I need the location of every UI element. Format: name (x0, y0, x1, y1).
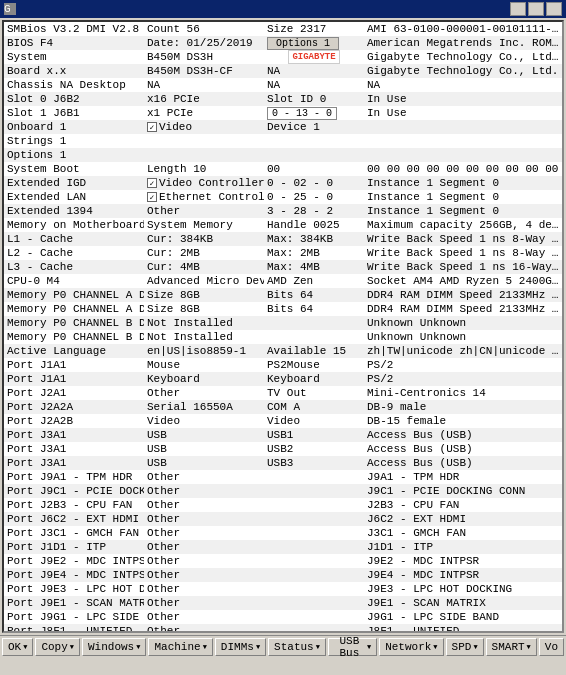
table-cell-description: Mini-Centronics 14 (364, 386, 562, 400)
status-btn-label: SMART (492, 641, 525, 653)
table-row[interactable]: Memory P0 CHANNEL A DIMM 0Size 8GBBits 6… (4, 288, 562, 302)
minimize-button[interactable] (510, 2, 526, 16)
table-row[interactable]: Port J2B3 - CPU FANOtherJ2B3 - CPU FAN (4, 498, 562, 512)
table-cell-description: Write Back Speed 1 ns 8-Way Set-Asso (364, 246, 562, 260)
table-cell-extra: Available 15 (264, 344, 364, 358)
table-cell-extra: Options 1 (264, 36, 364, 50)
status-btn-ok[interactable]: OK▼ (2, 638, 33, 656)
checkbox-icon[interactable] (147, 178, 157, 188)
table-row[interactable]: Slot 0 J6B2x16 PCIeSlot ID 0In Use (4, 92, 562, 106)
table-row[interactable]: Onboard 1VideoDevice 1 (4, 120, 562, 134)
close-button[interactable] (546, 2, 562, 16)
status-btn-windows[interactable]: Windows▼ (82, 638, 146, 656)
table-row[interactable]: Port J3A1USBUSB1Access Bus (USB) (4, 428, 562, 442)
table-cell-description: J9E2 - MDC INTPSR (364, 554, 562, 568)
table-row[interactable]: Extended IGDVideo Controller0 - 02 - 0In… (4, 176, 562, 190)
table-cell-extra: Max: 2MB (264, 246, 364, 260)
checkbox-label: Ethernet Controller (159, 191, 264, 203)
table-row[interactable]: L2 - CacheCur: 2MBMax: 2MBWrite Back Spe… (4, 246, 562, 260)
table-cell-name: Port J9C1 - PCIE DOCKING CONN (4, 484, 144, 498)
table-row[interactable]: Port J1A1KeyboardKeyboardPS/2 (4, 372, 562, 386)
table-cell-description: Access Bus (USB) (364, 456, 562, 470)
checkbox-icon[interactable] (147, 192, 157, 202)
table-row[interactable]: Port J9E1 - SCAN MATRIXOtherJ9E1 - SCAN … (4, 596, 562, 610)
status-btn-label: Status (274, 641, 314, 653)
table-cell-name: Port J2A2B (4, 414, 144, 428)
maximize-button[interactable] (528, 2, 544, 16)
table-row[interactable]: Port J2A1OtherTV OutMini-Centronics 14 (4, 386, 562, 400)
options-button[interactable]: Options 1 (267, 37, 339, 50)
table-row[interactable]: Memory P0 CHANNEL B DIMM 0Not InstalledU… (4, 316, 562, 330)
table-cell-extra (264, 330, 364, 344)
status-btn-spd[interactable]: SPD▼ (446, 638, 484, 656)
table-cell-value: B450M DS3H (144, 50, 264, 64)
status-btn-dimms[interactable]: DIMMs▼ (215, 638, 266, 656)
table-row[interactable]: Memory P0 CHANNEL A DIMM 1Size 8GBBits 6… (4, 302, 562, 316)
table-cell-name: Extended IGD (4, 176, 144, 190)
status-btn-machine[interactable]: Machine▼ (148, 638, 212, 656)
content-area[interactable]: SMBios V3.2 DMI V2.8Count 56Size 2317AMI… (2, 20, 564, 633)
table-row[interactable]: Port J2A2ASerial 16550ACOM ADB-9 male (4, 400, 562, 414)
table-cell-name: Port J1D1 - ITP (4, 540, 144, 554)
table-row[interactable]: Port J9E4 - MDC INTPSROtherJ9E4 - MDC IN… (4, 568, 562, 582)
table-row[interactable]: Port J3A1USBUSB2Access Bus (USB) (4, 442, 562, 456)
table-row[interactable]: Extended LANEthernet Controller0 - 25 - … (4, 190, 562, 204)
table-row[interactable]: Memory P0 CHANNEL B DIMM 1Not InstalledU… (4, 330, 562, 344)
table-cell-extra (264, 554, 364, 568)
title-bar: G (0, 0, 566, 18)
table-cell-extra: Slot ID 0 (264, 92, 364, 106)
table-row[interactable]: Memory on MotherboardSystem MemoryHandle… (4, 218, 562, 232)
table-cell-name: Port J1A1 (4, 372, 144, 386)
table-row[interactable]: Port J9C1 - PCIE DOCKING CONNOtherJ9C1 -… (4, 484, 562, 498)
status-btn-network[interactable]: Network▼ (379, 638, 443, 656)
table-cell-description: J6C2 - EXT HDMI (364, 512, 562, 526)
table-row[interactable]: Chassis NA DesktopNANANA (4, 78, 562, 92)
checkbox-icon[interactable] (147, 122, 157, 132)
table-row[interactable]: Port J3A1USBUSB3Access Bus (USB) (4, 456, 562, 470)
table-row[interactable]: Port J9E2 - MDC INTPSROtherJ9E2 - MDC IN… (4, 554, 562, 568)
table-row[interactable]: Slot 1 J6B1x1 PCIe0 - 13 - 0In Use (4, 106, 562, 120)
title-bar-buttons[interactable] (510, 2, 562, 16)
table-row[interactable]: Options 1 (4, 148, 562, 162)
table-row[interactable]: L3 - CacheCur: 4MBMax: 4MBWrite Back Spe… (4, 260, 562, 274)
table-row[interactable]: Port J3C1 - GMCH FANOtherJ3C1 - GMCH FAN (4, 526, 562, 540)
table-cell-description: zh|TW|unicode zh|CN|unicode ru|RU|is (364, 344, 562, 358)
table-row[interactable]: L1 - CacheCur: 384KBMax: 384KBWrite Back… (4, 232, 562, 246)
status-btn-vo[interactable]: Vo (539, 638, 564, 656)
table-cell-description: PS/2 (364, 358, 562, 372)
table-cell-description (364, 134, 562, 148)
table-row[interactable]: Board x.xB450M DS3H-CFNAGigabyte Technol… (4, 64, 562, 78)
table-row[interactable]: Port J9G1 - LPC SIDE BANDOtherJ9G1 - LPC… (4, 610, 562, 624)
table-row[interactable]: Port J8F1 - UNIFIEDOtherJ8F1 - UNIFIED (4, 624, 562, 633)
table-row[interactable]: Port J1D1 - ITPOtherJ1D1 - ITP (4, 540, 562, 554)
table-cell-value: USB (144, 456, 264, 470)
table-cell-description: DDR4 RAM DIMM Speed 2133MHz CMK1 (364, 302, 562, 316)
table-row[interactable]: Port J9A1 - TPM HDROtherJ9A1 - TPM HDR (4, 470, 562, 484)
table-cell-extra (264, 470, 364, 484)
dropdown-arrow-icon: ▼ (136, 643, 140, 651)
table-row[interactable]: CPU-0 M4Advanced Micro Devices, Inc.AMD … (4, 274, 562, 288)
table-row[interactable]: Port J6C2 - EXT HDMIOtherJ6C2 - EXT HDMI (4, 512, 562, 526)
table-cell-name: Memory P0 CHANNEL B DIMM 0 (4, 316, 144, 330)
status-btn-usb-bus[interactable]: USB Bus▼ (328, 638, 377, 656)
table-row[interactable]: Port J9E3 - LPC HOT DOCKINGOtherJ9E3 - L… (4, 582, 562, 596)
table-cell-value: Advanced Micro Devices, Inc. (144, 274, 264, 288)
table-cell-name: SMBios V3.2 DMI V2.8 (4, 22, 144, 36)
table-cell-extra: Max: 384KB (264, 232, 364, 246)
table-row[interactable]: Strings 1 (4, 134, 562, 148)
table-row[interactable]: SystemB450M DS3HGIGABYTEGigabyte Technol… (4, 50, 562, 64)
status-btn-smart[interactable]: SMART▼ (486, 638, 537, 656)
table-row[interactable]: Extended 1394Other3 - 28 - 2Instance 1 S… (4, 204, 562, 218)
table-row[interactable]: SMBios V3.2 DMI V2.8Count 56Size 2317AMI… (4, 22, 562, 36)
dropdown-arrow-icon: ▼ (70, 643, 74, 651)
table-cell-extra: Keyboard (264, 372, 364, 386)
table-cell-value: Other (144, 582, 264, 596)
table-row[interactable]: Active Languageen|US|iso8859-1Available … (4, 344, 562, 358)
table-row[interactable]: BIOS F4Date: 01/25/2019Options 1American… (4, 36, 562, 50)
table-cell-name: Port J9E2 - MDC INTPSR (4, 554, 144, 568)
table-row[interactable]: System BootLength 100000 00 00 00 00 00 … (4, 162, 562, 176)
table-row[interactable]: Port J2A2BVideoVideoDB-15 female (4, 414, 562, 428)
table-row[interactable]: Port J1A1MousePS2MousePS/2 (4, 358, 562, 372)
status-btn-status[interactable]: Status▼ (268, 638, 326, 656)
status-btn-copy[interactable]: Copy▼ (35, 638, 80, 656)
